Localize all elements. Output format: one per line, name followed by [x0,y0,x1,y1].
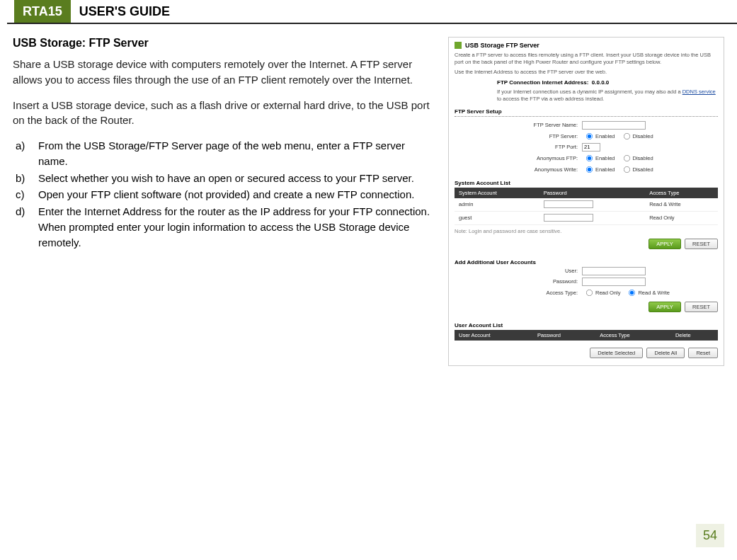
panel-title: USB Storage FTP Server [455,42,718,49]
add-user-label: Add Additional User Accounts [455,259,718,265]
radio-server-disabled[interactable] [623,133,629,139]
label-server-name: FTP Server Name: [455,122,582,128]
table-row: guest Read Only [455,211,718,224]
content-area: USB Storage: FTP Server Share a USB stor… [0,24,737,366]
table-header-row: System Account Password Access Type [455,188,718,198]
page-number: 54 [696,524,724,547]
label-read-write: Read & Write [638,290,669,296]
step-d: d)Enter the Internet Address for the rou… [13,204,434,250]
step-label: a) [16,138,34,169]
radio-anonftp-disabled[interactable] [623,155,629,161]
steps-list: a)From the USB Storage/FTP Server page o… [13,138,434,250]
row-anon-write: Anonymous Write: Enabled Disabled [455,165,718,174]
label-enabled: Enabled [595,133,615,139]
th-user-password: Password [533,330,595,341]
table-header-row: User Account Password Access Type Delete [455,330,718,341]
cell-account: guest [455,211,539,224]
th-user-delete: Delete [671,330,718,341]
ftp-setup-label: FTP Server Setup [455,108,718,115]
label-server: FTP Server: [455,133,582,139]
page-header: RTA15 USER'S GUIDE [7,0,737,24]
label-disabled: Disabled [633,155,653,161]
ddns-note: If your Internet connection uses a dynam… [497,88,718,103]
input-sys-pwd-admin[interactable] [544,200,593,208]
row-add-access: Access Type: Read Only Read & Write [455,288,718,297]
label-enabled: Enabled [595,155,615,161]
input-server-name[interactable] [582,121,646,130]
input-add-password[interactable] [582,278,646,286]
product-badge: RTA15 [14,0,71,24]
screenshot-panel: USB Storage FTP Server Create a FTP serv… [448,37,724,366]
sys-account-table: System Account Password Access Type admi… [455,188,718,225]
th-user-access: Access Type [595,330,671,341]
th-user-account: User Account [455,330,533,341]
label-access-type: Access Type: [455,290,582,296]
doc-title: USER'S GUIDE [71,0,737,24]
case-sensitive-note: Note: Login and password are case sensit… [455,228,718,234]
label-user: User: [455,268,582,274]
row-add-user: User: [455,267,718,275]
sys-account-list-label: System Account List [455,180,718,186]
user-account-list-label: User Account List [455,322,718,328]
panel-desc-1: Create a FTP server to access files remo… [455,52,718,66]
ddns-link[interactable]: DDNS service [682,88,716,95]
radio-read-write[interactable] [629,290,635,296]
note-pre: If your Internet connection uses a dynam… [497,88,682,95]
cell-password [539,198,645,212]
table-row: admin Read & Write [455,198,718,212]
radio-server-enabled[interactable] [586,133,593,139]
apply-button-2[interactable]: APPLY [649,302,681,312]
cell-account: admin [455,198,539,212]
step-text: Select whether you wish to have an open … [34,171,434,186]
section-title: USB Storage: FTP Server [13,37,434,50]
step-text: Open your FTP client software (not provi… [34,187,434,202]
green-square-icon [455,42,462,49]
button-row-2: APPLY RESET [455,302,718,312]
radio-anonwrite-enabled[interactable] [586,166,593,173]
step-b: b)Select whether you wish to have an ope… [13,171,434,186]
input-port[interactable] [582,143,600,152]
row-server-name: FTP Server Name: [455,121,718,130]
delete-selected-button[interactable]: Delete Selected [590,348,643,358]
conn-label: FTP Connection Internet Address: [497,79,588,86]
radio-anonwrite-disabled[interactable] [623,166,629,173]
th-password: Password [539,188,645,198]
step-a: a)From the USB Storage/FTP Server page o… [13,138,434,169]
apply-button[interactable]: APPLY [649,239,681,249]
step-label: c) [16,187,34,202]
cell-password [539,211,645,224]
reset-button-3[interactable]: Reset [688,348,718,358]
reset-button[interactable]: RESET [685,239,718,249]
input-sys-pwd-guest[interactable] [544,214,593,222]
divider [455,116,718,117]
button-row-1: APPLY RESET [455,239,718,249]
delete-all-button[interactable]: Delete All [646,348,685,358]
label-disabled: Disabled [633,133,653,139]
label-port: FTP Port: [455,144,582,150]
label-enabled: Enabled [595,166,615,173]
input-add-user[interactable] [582,267,646,275]
label-password: Password: [455,278,582,285]
row-anon-ftp: Anonymous FTP: Enabled Disabled [455,154,718,163]
panel-desc-2: Use the Internet Address to access the F… [455,69,718,76]
reset-button-2[interactable]: RESET [685,302,718,312]
step-label: d) [16,204,34,250]
row-port: FTP Port: [455,143,718,152]
th-account: System Account [455,188,539,198]
paragraph-2: Insert a USB storage device, such as a f… [13,98,434,129]
left-column: USB Storage: FTP Server Share a USB stor… [13,37,448,366]
cell-access: Read & Write [645,198,718,212]
step-text: Enter the Internet Address for the route… [34,204,434,250]
button-row-3: Delete Selected Delete All Reset [455,348,718,358]
label-disabled: Disabled [633,166,653,173]
radio-read-only[interactable] [586,290,593,296]
step-label: b) [16,171,34,186]
label-anon-write: Anonymous Write: [455,166,582,173]
radio-anonftp-enabled[interactable] [586,155,593,161]
label-anon-ftp: Anonymous FTP: [455,155,582,161]
th-access: Access Type [645,188,718,198]
panel-title-text: USB Storage FTP Server [465,42,539,49]
conn-value: 0.0.0.0 [592,79,609,86]
user-account-table: User Account Password Access Type Delete [455,330,718,341]
row-add-password: Password: [455,278,718,286]
